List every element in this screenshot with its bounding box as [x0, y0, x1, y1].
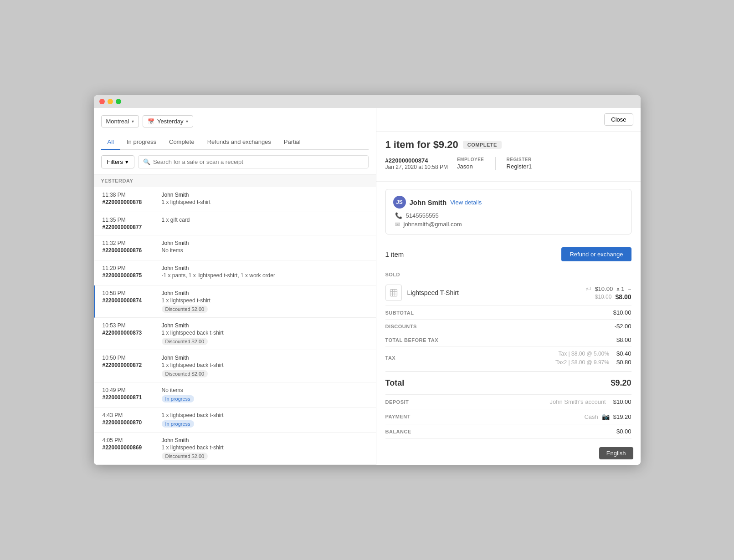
- total-value: $9.20: [611, 378, 631, 388]
- list-item[interactable]: 10:50 PM #220000000872 John Smith 1 x li…: [94, 350, 376, 382]
- deposit-row: DEPOSIT John Smith's account $10.00: [385, 395, 631, 409]
- employee-label: EMPLOYEE: [457, 157, 484, 162]
- tax2-row: Tax2 | $8.00 @ 9.97% $0.80: [555, 359, 631, 366]
- items-section: 1 item Refund or exchange SOLD Lightspee…: [376, 242, 641, 306]
- inprogress-badge: In progress: [162, 420, 194, 428]
- price-tag-icon: 🏷: [585, 285, 591, 292]
- sale-right: John Smith 1 x lightspeed back t-shirt D…: [162, 322, 369, 345]
- sale-right: 1 x gift card: [162, 217, 369, 230]
- total-before-tax-label: TOTAL BEFORE TAX: [385, 337, 439, 343]
- close-dot[interactable]: [99, 99, 105, 104]
- balance-label: BALANCE: [385, 429, 411, 434]
- tax1-detail: Tax | $8.00 @ 5.00%: [559, 351, 609, 357]
- title-bar: [94, 95, 641, 108]
- maximize-dot[interactable]: [116, 99, 121, 104]
- tab-inprogress[interactable]: In progress: [120, 135, 163, 150]
- avatar: JS: [393, 196, 406, 209]
- search-input-wrap: 🔍: [138, 155, 369, 168]
- sold-label: SOLD: [385, 267, 631, 280]
- final-price: $8.00: [615, 293, 631, 300]
- payment-method: Cash: [584, 413, 598, 420]
- search-input[interactable]: [153, 158, 364, 165]
- tab-refunds[interactable]: Refunds and exchanges: [201, 135, 277, 150]
- location-label: Montreal: [106, 118, 129, 125]
- list-item[interactable]: 10:53 PM #220000000873 John Smith 1 x li…: [94, 318, 376, 350]
- list-item-active[interactable]: 10:58 PM #220000000874 John Smith 1 x li…: [94, 285, 376, 318]
- minimize-dot[interactable]: [108, 99, 113, 104]
- receipt-title-row: 1 item for $9.20 COMPLETE: [385, 139, 631, 151]
- language-button[interactable]: English: [599, 447, 633, 459]
- date-filter-dropdown[interactable]: 📅 Yesterday ▾: [143, 115, 193, 127]
- sale-time: 11:35 PM: [103, 217, 162, 223]
- filter-button[interactable]: Filters ▾: [101, 155, 134, 168]
- customer-name: John Smith: [410, 199, 447, 206]
- list-item[interactable]: 11:32 PM #220000000876 John Smith No ite…: [94, 235, 376, 260]
- sale-id: #220000000877: [103, 224, 162, 230]
- sale-right: No items In progress: [162, 387, 369, 402]
- sale-id: #220000000878: [103, 199, 162, 205]
- list-item[interactable]: 11:35 PM #220000000877 1 x gift card: [94, 212, 376, 235]
- total-before-tax-row: TOTAL BEFORE TAX $8.00: [385, 333, 631, 347]
- list-item[interactable]: 10:49 PM #220000000871 No items In progr…: [94, 382, 376, 407]
- equals-icon: =: [628, 285, 631, 292]
- sale-time: 10:58 PM: [103, 290, 162, 296]
- register-name: Register1: [507, 163, 532, 170]
- calendar-icon: 📅: [148, 118, 154, 125]
- sale-id: #220000000874: [103, 297, 162, 304]
- list-item[interactable]: 4:43 PM #220000000870 1 x lightspeed bac…: [94, 407, 376, 433]
- list-item[interactable]: 4:05 PM #220000000869 John Smith 1 x lig…: [94, 433, 376, 465]
- receipt-id-date: #220000000874 Jan 27, 2020 at 10:58 PM: [385, 157, 448, 170]
- tab-partial[interactable]: Partial: [277, 135, 307, 150]
- discount-badge: Discounted $2.00: [162, 338, 208, 345]
- sale-time: 10:49 PM: [103, 387, 162, 393]
- sale-customer: John Smith: [162, 192, 369, 198]
- subtotal-value: $10.00: [613, 309, 631, 316]
- refund-exchange-button[interactable]: Refund or exchange: [561, 247, 631, 261]
- sale-left: 10:49 PM #220000000871: [103, 387, 162, 402]
- sale-left: 11:32 PM #220000000876: [103, 240, 162, 255]
- receipt-id: #220000000874: [385, 157, 448, 164]
- deposit-account: John Smith's account: [550, 398, 606, 405]
- payment-detail: Cash 📷 $19.20: [584, 413, 631, 420]
- search-icon: 🔍: [143, 158, 150, 165]
- tab-all[interactable]: All: [101, 135, 120, 150]
- sale-desc: 1 x lightspeed t-shirt: [162, 297, 369, 304]
- payment-section: DEPOSIT John Smith's account $10.00 PAYM…: [376, 395, 641, 439]
- sale-time: 11:20 PM: [103, 265, 162, 271]
- tax1-row: Tax | $8.00 @ 5.00% $0.40: [559, 350, 631, 357]
- customer-phone: 5145555555: [406, 212, 439, 219]
- sale-list: 11:38 PM #220000000878 John Smith 1 x li…: [94, 187, 376, 465]
- list-item[interactable]: 11:38 PM #220000000878 John Smith 1 x li…: [94, 187, 376, 212]
- sale-left: 10:58 PM #220000000874: [103, 290, 162, 313]
- total-before-tax-value: $8.00: [616, 336, 631, 343]
- tax-values: Tax | $8.00 @ 5.00% $0.40 Tax2 | $8.00 @…: [555, 350, 631, 366]
- email-row: ✉ johnsmith@gmail.com: [395, 221, 624, 228]
- customer-name-row: JS John Smith View details: [393, 196, 624, 209]
- sale-desc: 1 x lightspeed back t-shirt: [162, 362, 369, 368]
- sale-desc: 1 x gift card: [162, 217, 369, 223]
- price-row: 🏷 $10.00 x 1 =: [585, 285, 631, 292]
- view-details-link[interactable]: View details: [450, 199, 482, 206]
- discounts-label: DISCOUNTS: [385, 324, 417, 329]
- sale-left: 11:38 PM #220000000878: [103, 192, 162, 207]
- svg-rect-0: [390, 290, 397, 296]
- tab-complete[interactable]: Complete: [163, 135, 201, 150]
- tax-row: TAX Tax | $8.00 @ 5.00% $0.40 Tax2 | $8.…: [385, 347, 631, 369]
- sale-right: John Smith 1 x lightspeed back t-shirt D…: [162, 355, 369, 377]
- employee-section: EMPLOYEE Jason: [457, 157, 495, 170]
- location-dropdown[interactable]: Montreal ▾: [101, 115, 139, 127]
- sale-left: 11:20 PM #220000000875: [103, 265, 162, 280]
- total-label: Total: [385, 378, 405, 388]
- sale-desc: No items: [162, 387, 369, 393]
- close-button[interactable]: Close: [604, 113, 633, 126]
- chevron-down-icon-2: ▾: [186, 119, 188, 124]
- subtotal-row: SUBTOTAL $10.00: [385, 306, 631, 320]
- sale-left: 11:35 PM #220000000877: [103, 217, 162, 230]
- customer-contact: 📞 5145555555 ✉ johnsmith@gmail.com: [393, 212, 624, 228]
- sale-time: 4:43 PM: [103, 412, 162, 418]
- sale-right: John Smith 1 x lightspeed t-shirt: [162, 192, 369, 207]
- sale-left: 10:53 PM #220000000873: [103, 322, 162, 345]
- list-item[interactable]: 11:20 PM #220000000875 John Smith -1 x p…: [94, 260, 376, 285]
- sale-right: John Smith -1 x pants, 1 x lightspeed t-…: [162, 265, 369, 280]
- sale-left: 4:05 PM #220000000869: [103, 437, 162, 460]
